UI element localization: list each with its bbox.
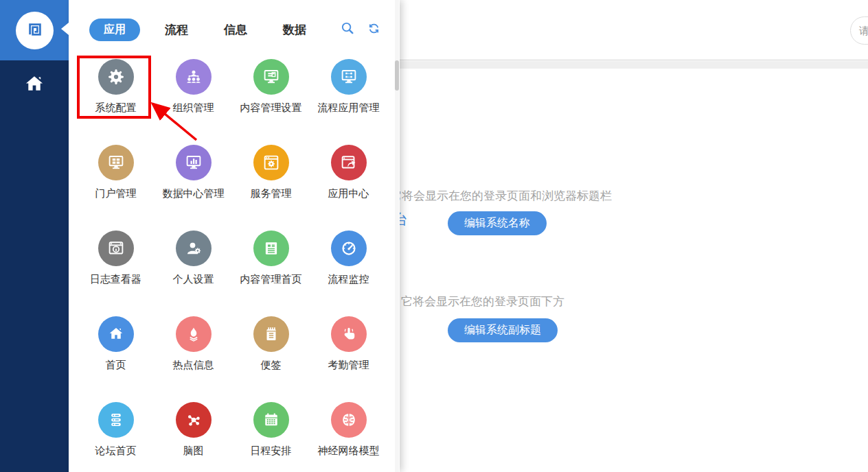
app-item-label: 门户管理: [95, 187, 137, 200]
app-item-label: 日志查看器: [90, 273, 141, 286]
monitor-document-icon: [253, 59, 289, 95]
app-item-label: 内容管理设置: [240, 102, 302, 115]
app-item-label: 便签: [261, 359, 282, 372]
app-item-mind-map[interactable]: 脑图: [155, 384, 232, 470]
app-item-label: 组织管理: [173, 102, 214, 115]
app-item-label: 流程应用管理: [318, 102, 380, 115]
gauge-icon: [331, 231, 367, 266]
home-icon: [98, 316, 134, 352]
app-item-workflow-monitor[interactable]: 流程监控: [310, 213, 387, 298]
app-item-portal-mgmt[interactable]: 门户管理: [77, 127, 155, 213]
neural-network-brain-icon: [331, 402, 367, 438]
app-item-label: 流程监控: [328, 273, 369, 286]
launcher-tabs: 应用 流程 信息 数据: [89, 18, 342, 41]
search-icon[interactable]: [340, 21, 356, 36]
window-share-arrow-icon: [331, 145, 367, 180]
app-item-label: 服务管理: [251, 187, 292, 200]
app-item-label: 热点信息: [173, 359, 214, 372]
popup-scrollbar-thumb[interactable]: [395, 60, 399, 91]
app-item-attendance-mgmt[interactable]: 考勤管理: [310, 298, 387, 384]
app-item-label: 数据中心管理: [163, 187, 225, 200]
app-item-personal-settings[interactable]: 个人设置: [155, 213, 232, 298]
system-name-description: 它将会显示在您的登录页面和浏览器标题栏: [390, 188, 612, 204]
sidebar: [0, 60, 69, 472]
system-subtitle-description: 它将会显示在您的登录页面下方: [401, 294, 564, 309]
pointing-hand-icon: [331, 316, 367, 352]
app-item-log-viewer[interactable]: 日志查看器: [77, 213, 155, 298]
edit-system-name-button[interactable]: 编辑系统名称: [448, 211, 547, 235]
app-item-label: 首页: [106, 359, 126, 372]
app-launcher-popup: 应用 流程 信息 数据: [69, 0, 400, 472]
app-item-data-center-mgmt[interactable]: 数据中心管理: [155, 127, 232, 213]
monitor-barchart-icon: [176, 145, 212, 180]
apps-grid: 系统配置 组织管理: [77, 41, 391, 470]
tab-workflow[interactable]: 流程: [165, 22, 188, 38]
app-item-label: 脑图: [183, 445, 204, 458]
app-item-sticky-notes[interactable]: 便签: [232, 298, 310, 384]
app-item-label: 应用中心: [328, 187, 369, 200]
app-item-home[interactable]: 首页: [77, 298, 155, 384]
app-item-neural-network-model[interactable]: 神经网络模型: [310, 384, 387, 470]
flame-icon: [176, 316, 212, 352]
app-item-label: 考勤管理: [328, 359, 369, 372]
app-item-system-config[interactable]: 系统配置: [77, 41, 155, 127]
popup-caret-arrow: [61, 23, 69, 35]
edit-system-subtitle-button[interactable]: 编辑系统副标题: [448, 318, 558, 342]
mind-map-icon: [176, 402, 212, 438]
user-gear-icon: [176, 231, 212, 266]
tab-data[interactable]: 数据: [283, 22, 306, 38]
app-item-content-mgmt-home[interactable]: 内容管理首页: [232, 213, 310, 298]
monitor-grid-icon: [98, 145, 134, 180]
sidebar-item-home[interactable]: [21, 72, 48, 99]
tab-apps[interactable]: 应用: [89, 19, 140, 41]
calendar-icon: [253, 402, 289, 438]
gear-icon: [98, 59, 134, 95]
app-item-forum-home[interactable]: 论坛首页: [77, 384, 155, 470]
app-item-label: 内容管理首页: [240, 273, 302, 286]
app-item-service-mgmt[interactable]: 服务管理: [232, 127, 310, 213]
app-item-label: 日程安排: [251, 445, 292, 458]
notepad-icon: [253, 316, 289, 352]
app-item-label: 个人设置: [173, 273, 214, 286]
app-logo-button[interactable]: [16, 12, 54, 49]
app-item-label: 神经网络模型: [318, 445, 380, 458]
app-item-hot-info[interactable]: 热点信息: [155, 298, 232, 384]
app-item-label: 论坛首页: [95, 445, 137, 458]
app-item-label: 系统配置: [95, 102, 137, 115]
org-chart-icon: [176, 59, 212, 95]
server-stack-icon: [98, 402, 134, 438]
app-item-org-management[interactable]: 组织管理: [155, 41, 232, 127]
home-icon: [21, 71, 47, 100]
app-item-schedule[interactable]: 日程安排: [232, 384, 310, 470]
app-launcher-screen: 请 它将会显示在您的登录页面和浏览器标题栏 台 编辑系统名称 它将会显示在您的登…: [0, 0, 868, 472]
newspaper-icon: [253, 231, 289, 266]
popup-scrollbar[interactable]: [395, 0, 399, 472]
monitor-flowchart-icon: [331, 59, 367, 95]
tab-info[interactable]: 信息: [224, 22, 247, 38]
refresh-icon[interactable]: [367, 21, 381, 36]
app-item-workflow-app-mgmt[interactable]: 流程应用管理: [310, 41, 387, 127]
window-info-icon: [98, 231, 134, 266]
app-item-content-mgmt-settings[interactable]: 内容管理设置: [232, 41, 310, 127]
square-spiral-logo-icon: [23, 18, 47, 44]
app-item-app-center[interactable]: 应用中心: [310, 127, 387, 213]
window-gear-icon: [253, 145, 289, 180]
